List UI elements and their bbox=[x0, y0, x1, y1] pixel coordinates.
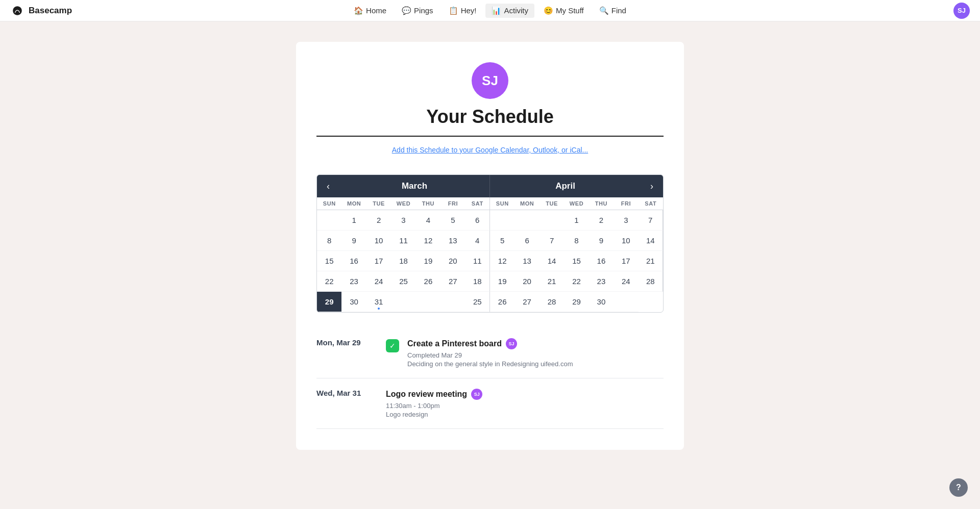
help-button[interactable]: ? bbox=[949, 478, 968, 497]
calendar-cell[interactable]: 10 bbox=[366, 231, 391, 251]
calendar-cell[interactable]: 12 bbox=[490, 251, 514, 271]
calendar-cell bbox=[317, 210, 341, 231]
nav-pings[interactable]: 💬 Pings bbox=[396, 4, 439, 18]
nav-home-label: Home bbox=[366, 6, 386, 15]
calendar-cell[interactable]: 28 bbox=[639, 271, 663, 292]
calendar-cell bbox=[614, 292, 638, 312]
calendar-cell[interactable]: 29 bbox=[317, 292, 341, 312]
calendar-cell[interactable]: 3 bbox=[614, 210, 638, 231]
calendar-cell[interactable]: 16 bbox=[589, 251, 614, 271]
calendar-cell[interactable]: 24 bbox=[366, 271, 391, 292]
next-month-button[interactable]: › bbox=[641, 175, 663, 197]
calendar-cell[interactable]: 20 bbox=[514, 271, 539, 292]
schedule-icon-col: ✓ bbox=[386, 339, 399, 352]
nav-hey[interactable]: 📋 Hey! bbox=[443, 4, 483, 18]
calendar-cell[interactable]: 2 bbox=[366, 210, 391, 231]
calendar-cell[interactable]: 1 bbox=[564, 210, 589, 231]
calendar-cell[interactable]: 4 bbox=[465, 231, 490, 251]
calendar-cell bbox=[440, 292, 465, 312]
calendar-cell[interactable]: 8 bbox=[564, 231, 589, 251]
calendar-cell[interactable]: 6 bbox=[514, 231, 539, 251]
calendar-sync-link[interactable]: Add this Schedule to your Google Calenda… bbox=[392, 146, 588, 154]
calendar-cell[interactable]: 14 bbox=[540, 251, 564, 271]
nav-pings-label: Pings bbox=[414, 6, 433, 15]
home-icon: 🏠 bbox=[354, 6, 363, 15]
event-user-avatar: SJ bbox=[471, 389, 482, 400]
schedule-item-date: Wed, Mar 31 bbox=[316, 389, 378, 397]
schedule-item-info: Create a Pinterest boardSJCompleted Mar … bbox=[407, 338, 664, 368]
brand-link[interactable]: Basecamp bbox=[10, 4, 72, 18]
calendar-cell[interactable]: 10 bbox=[614, 231, 638, 251]
calendar-cell[interactable]: 13 bbox=[440, 231, 465, 251]
calendar-cell[interactable]: 5 bbox=[490, 231, 514, 251]
calendar-cell[interactable]: 17 bbox=[614, 251, 638, 271]
day-header: TUE bbox=[540, 197, 564, 210]
calendar-cell[interactable]: 31 bbox=[366, 292, 391, 312]
calendar-cell[interactable]: 18 bbox=[391, 251, 415, 271]
calendar-cell[interactable]: 5 bbox=[440, 210, 465, 231]
calendar-cell[interactable]: 7 bbox=[540, 231, 564, 251]
user-avatar-top[interactable]: SJ bbox=[953, 3, 970, 19]
nav-home[interactable]: 🏠 Home bbox=[348, 4, 393, 18]
calendar-cell[interactable]: 27 bbox=[514, 292, 539, 312]
calendar-cell[interactable]: 13 bbox=[514, 251, 539, 271]
calendar-cell[interactable]: 19 bbox=[416, 251, 440, 271]
calendar-cell[interactable]: 9 bbox=[341, 231, 366, 251]
calendar-cell[interactable]: 21 bbox=[540, 271, 564, 292]
nav-hey-label: Hey! bbox=[461, 6, 477, 15]
nav-mystuff-label: My Stuff bbox=[556, 6, 584, 15]
calendar-cell[interactable]: 26 bbox=[416, 271, 440, 292]
calendar-cell[interactable]: 29 bbox=[564, 292, 589, 312]
calendar-cell[interactable]: 25 bbox=[391, 271, 415, 292]
calendar-cell[interactable]: 20 bbox=[440, 251, 465, 271]
calendar-cell[interactable]: 1 bbox=[341, 210, 366, 231]
calendar-cell bbox=[416, 292, 440, 312]
day-header: MON bbox=[341, 197, 366, 210]
calendar-cell[interactable]: 30 bbox=[589, 292, 614, 312]
prev-month-button[interactable]: ‹ bbox=[317, 175, 339, 197]
nav-mystuff[interactable]: 😊 My Stuff bbox=[537, 4, 590, 18]
day-header: THU bbox=[416, 197, 440, 210]
calendar-cell[interactable]: 19 bbox=[490, 271, 514, 292]
nav-find-label: Find bbox=[611, 6, 626, 15]
calendar-cell[interactable]: 25 bbox=[465, 292, 490, 312]
calendar-cell[interactable]: 24 bbox=[614, 271, 638, 292]
calendar-cell[interactable]: 3 bbox=[391, 210, 415, 231]
month1-label: March bbox=[339, 175, 490, 197]
user-avatar-large: SJ bbox=[472, 62, 508, 99]
calendar-cell[interactable]: 17 bbox=[366, 251, 391, 271]
calendar-cell[interactable]: 12 bbox=[416, 231, 440, 251]
nav-find[interactable]: 🔍 Find bbox=[593, 4, 632, 18]
calendar-cell[interactable]: 14 bbox=[639, 231, 663, 251]
calendar-cell[interactable]: 2 bbox=[589, 210, 614, 231]
calendar-cell[interactable]: 22 bbox=[317, 271, 341, 292]
schedule-event-title[interactable]: Logo review meeting bbox=[386, 390, 467, 399]
event-user-avatar: SJ bbox=[506, 338, 517, 349]
calendar-cell[interactable]: 23 bbox=[589, 271, 614, 292]
calendar-cell[interactable]: 9 bbox=[589, 231, 614, 251]
calendar-cell[interactable]: 18 bbox=[465, 271, 490, 292]
nav-activity[interactable]: 📊 Activity bbox=[485, 4, 534, 18]
calendar-cell[interactable]: 21 bbox=[639, 251, 663, 271]
calendar-cell[interactable]: 4 bbox=[416, 210, 440, 231]
calendar-cell bbox=[540, 210, 564, 231]
calendar-cell[interactable]: 16 bbox=[341, 251, 366, 271]
calendar-cell[interactable]: 27 bbox=[440, 271, 465, 292]
calendar-cell[interactable]: 8 bbox=[317, 231, 341, 251]
calendar-cell[interactable]: 28 bbox=[540, 292, 564, 312]
calendar-cell[interactable]: 15 bbox=[564, 251, 589, 271]
calendar-cell[interactable]: 26 bbox=[490, 292, 514, 312]
day-header: MON bbox=[514, 197, 539, 210]
calendar-cell[interactable]: 11 bbox=[391, 231, 415, 251]
pings-icon: 💬 bbox=[402, 6, 411, 15]
schedule-event-title[interactable]: Create a Pinterest board bbox=[407, 339, 502, 348]
find-icon: 🔍 bbox=[599, 6, 609, 15]
calendar-cell[interactable]: 15 bbox=[317, 251, 341, 271]
calendar-cell[interactable]: 6 bbox=[465, 210, 490, 231]
calendar-cell[interactable]: 11 bbox=[465, 251, 490, 271]
calendar-cell[interactable]: 7 bbox=[639, 210, 663, 231]
calendar-cell[interactable]: 30 bbox=[341, 292, 366, 312]
schedule-item-date: Mon, Mar 29 bbox=[316, 338, 378, 347]
calendar-cell[interactable]: 22 bbox=[564, 271, 589, 292]
calendar-cell[interactable]: 23 bbox=[341, 271, 366, 292]
